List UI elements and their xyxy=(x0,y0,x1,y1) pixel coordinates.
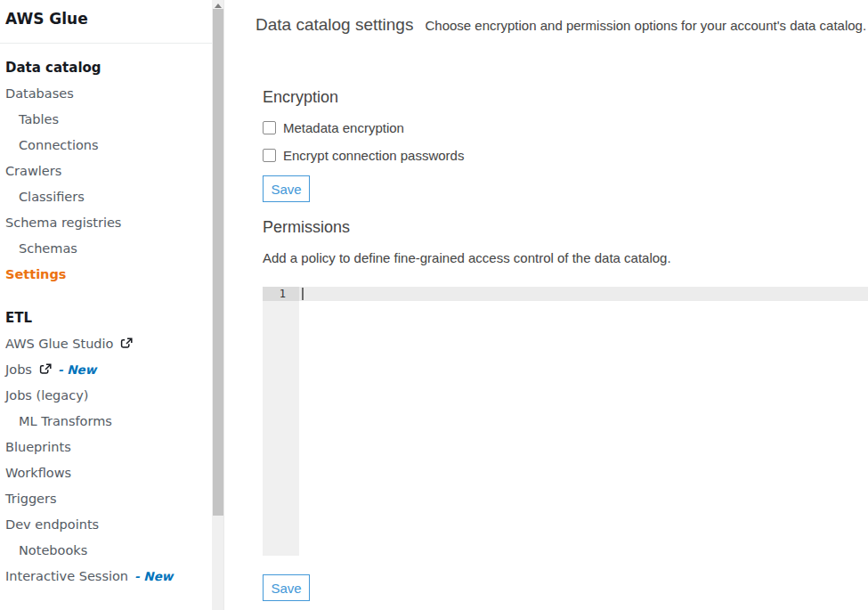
new-badge: - New xyxy=(58,362,96,377)
sidebar-item-aws-glue-studio[interactable]: AWS Glue Studio xyxy=(5,331,212,357)
sidebar-item-notebooks[interactable]: Notebooks xyxy=(5,538,212,564)
editor-active-line xyxy=(299,287,868,301)
scrollbar-thumb[interactable] xyxy=(213,9,223,516)
metadata-encryption-label: Metadata encryption xyxy=(283,120,404,135)
sidebar-item-settings[interactable]: Settings xyxy=(5,262,212,288)
sidebar-item-jobs[interactable]: Jobs- New xyxy=(5,357,212,383)
encrypt-passwords-label: Encrypt connection passwords xyxy=(283,148,464,163)
editor-line-number: 1 xyxy=(263,287,299,301)
sidebar-nav: Data catalog Databases Tables Connection… xyxy=(0,44,212,590)
scrollbar-up-arrow-icon[interactable] xyxy=(215,4,222,8)
aws-glue-console: AWS Glue Data catalog Databases Tables C… xyxy=(0,0,868,610)
sidebar-scrollbar[interactable] xyxy=(212,0,224,610)
sidebar-item-label: Interactive Session xyxy=(5,569,128,583)
encrypt-passwords-checkbox[interactable] xyxy=(263,149,276,162)
encryption-save-button[interactable]: Save xyxy=(263,175,310,202)
sidebar-item-workflows[interactable]: Workflows xyxy=(5,460,212,486)
nav-section-etl: ETL xyxy=(5,305,212,331)
encryption-section: Encryption Metadata encryption Encrypt c… xyxy=(256,88,868,202)
encryption-heading: Encryption xyxy=(263,88,868,107)
sidebar-item-tables[interactable]: Tables xyxy=(5,107,212,133)
sidebar-item-interactive-session[interactable]: Interactive Session- New xyxy=(5,564,212,590)
sidebar-item-label: AWS Glue Studio xyxy=(5,337,113,351)
page-title: Data catalog settings xyxy=(256,15,413,35)
editor-cursor xyxy=(302,288,304,300)
sidebar-item-crawlers[interactable]: Crawlers xyxy=(5,159,212,184)
permissions-heading: Permissions xyxy=(263,218,868,237)
sidebar-item-classifiers[interactable]: Classifiers xyxy=(5,184,212,210)
app-title: AWS Glue xyxy=(0,0,212,43)
new-badge: - New xyxy=(134,569,173,583)
sidebar-item-jobs-legacy[interactable]: Jobs (legacy) xyxy=(5,383,212,409)
settings-page: Data catalog settings Choose encryption … xyxy=(225,0,868,610)
sidebar-item-schema-registries[interactable]: Schema registries xyxy=(5,210,212,236)
metadata-encryption-row: Metadata encryption xyxy=(263,121,868,134)
encrypt-passwords-row: Encrypt connection passwords xyxy=(263,149,868,162)
editor-line-number-gutter: 1 xyxy=(263,287,299,556)
page-header: Data catalog settings Choose encryption … xyxy=(256,15,868,35)
sidebar-item-blueprints[interactable]: Blueprints xyxy=(5,435,212,460)
sidebar: AWS Glue Data catalog Databases Tables C… xyxy=(0,0,212,610)
sidebar-item-ml-transforms[interactable]: ML Transforms xyxy=(5,409,212,435)
permissions-section: Permissions Add a policy to define fine-… xyxy=(256,218,868,601)
sidebar-item-databases[interactable]: Databases xyxy=(5,81,212,107)
page-subtitle: Choose encryption and permission options… xyxy=(425,18,866,33)
metadata-encryption-checkbox[interactable] xyxy=(263,121,276,134)
nav-section-data-catalog: Data catalog xyxy=(5,55,212,81)
permissions-save-button[interactable]: Save xyxy=(263,574,310,601)
sidebar-item-connections[interactable]: Connections xyxy=(5,133,212,159)
sidebar-item-label: Jobs xyxy=(5,362,32,377)
sidebar-item-triggers[interactable]: Triggers xyxy=(5,486,212,512)
sidebar-item-schemas[interactable]: Schemas xyxy=(5,236,212,262)
external-link-icon xyxy=(39,359,52,385)
policy-editor-input[interactable] xyxy=(299,287,868,556)
permissions-description: Add a policy to define fine-grained acce… xyxy=(263,250,868,265)
policy-code-editor: 1 xyxy=(263,287,868,556)
external-link-icon xyxy=(120,333,133,359)
sidebar-item-dev-endpoints[interactable]: Dev endpoints xyxy=(5,512,212,538)
